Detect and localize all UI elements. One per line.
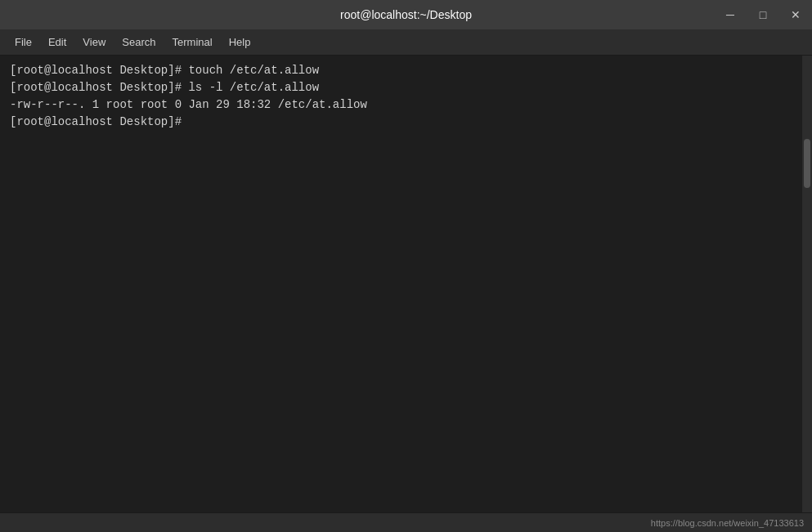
menu-view[interactable]: View xyxy=(74,33,114,51)
terminal-body[interactable]: [root@localhost Desktop]# touch /etc/at.… xyxy=(0,56,812,512)
title-bar: root@localhost:~/Desktop ─ □ ✕ xyxy=(0,0,812,29)
scrollbar-thumb[interactable] xyxy=(804,139,810,188)
terminal-line-3: -rw-r--r--. 1 root root 0 Jan 29 18:32 /… xyxy=(10,96,802,114)
terminal-line-2: [root@localhost Desktop]# ls -l /etc/at.… xyxy=(10,79,802,96)
minimize-button[interactable]: ─ xyxy=(714,0,747,29)
menu-edit[interactable]: Edit xyxy=(40,33,74,51)
status-url: https://blog.csdn.net/weixin_47133613 xyxy=(651,518,804,528)
menu-bar: File Edit View Search Terminal Help xyxy=(0,29,812,56)
menu-search[interactable]: Search xyxy=(114,33,164,51)
menu-help[interactable]: Help xyxy=(221,33,259,51)
window-title: root@localhost:~/Desktop xyxy=(340,8,472,21)
terminal-line-1: [root@localhost Desktop]# touch /etc/at.… xyxy=(10,62,802,79)
menu-terminal[interactable]: Terminal xyxy=(164,33,221,51)
scrollbar[interactable] xyxy=(802,56,812,512)
status-bar: https://blog.csdn.net/weixin_47133613 xyxy=(0,512,812,532)
menu-file[interactable]: File xyxy=(7,33,40,51)
terminal-window: root@localhost:~/Desktop ─ □ ✕ File Edit… xyxy=(0,0,812,532)
maximize-button[interactable]: □ xyxy=(747,0,779,29)
terminal-line-4: [root@localhost Desktop]# xyxy=(10,114,802,131)
window-controls: ─ □ ✕ xyxy=(714,0,812,29)
close-button[interactable]: ✕ xyxy=(779,0,812,29)
